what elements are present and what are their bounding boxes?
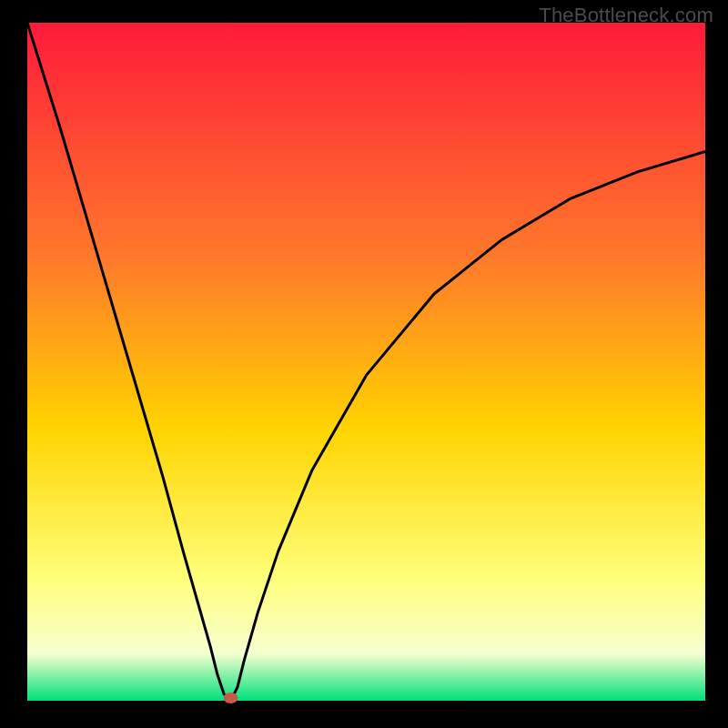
watermark-text: TheBottleneck.com bbox=[539, 4, 713, 27]
chart-frame: TheBottleneck.com bbox=[0, 0, 728, 728]
optimal-point-marker bbox=[224, 693, 238, 703]
bottleneck-chart bbox=[0, 0, 728, 728]
